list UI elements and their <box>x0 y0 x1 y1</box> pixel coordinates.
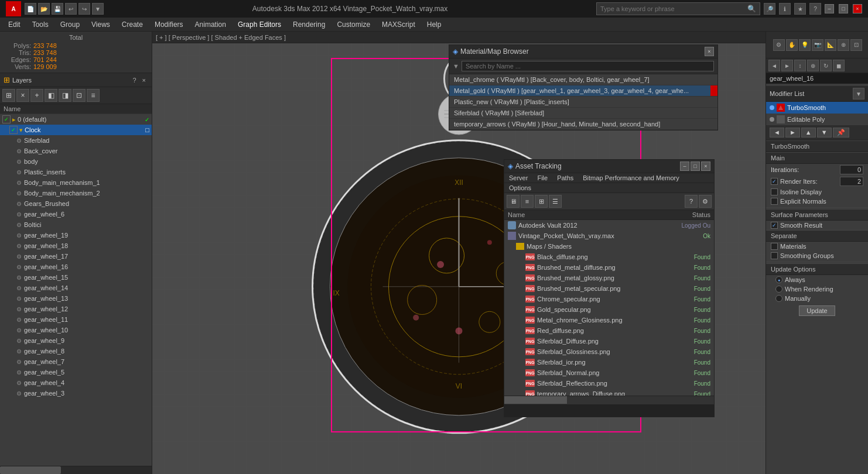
mat-item-chrome[interactable]: Metal_chrome ( VRayMtl ) [Back_cover, bo… <box>449 74 717 85</box>
layer-check-default[interactable]: ✓ <box>2 115 11 123</box>
layers-close-btn[interactable]: × <box>140 77 148 84</box>
layer-item-gear-8[interactable]: ⚙ gear_wheel_8 <box>0 346 152 356</box>
nav-pin[interactable]: 📌 <box>833 128 849 138</box>
nav-next[interactable]: ► <box>785 128 800 138</box>
ts-update-button[interactable]: Update <box>799 305 835 316</box>
search-btn[interactable]: 🔎 <box>764 3 775 15</box>
layer-item-gear-6[interactable]: ⚙ gear_wheel_6 <box>0 209 152 219</box>
layer-item-back-cover[interactable]: ⚙ Back_cover <box>0 146 152 156</box>
layer-item-gear-7[interactable]: ⚙ gear_wheel_7 <box>0 356 152 367</box>
at-item-brushed-specular[interactable]: PNG Brushed_metal_specular.png Found <box>504 283 714 294</box>
layer-scrollbar[interactable] <box>0 466 152 474</box>
rp-icon-6[interactable]: ⊕ <box>838 39 849 51</box>
at-item-red-diffuse[interactable]: PNG Red_diffuse.png Found <box>504 325 714 336</box>
layer-item-gears-brushed[interactable]: ⚙ Gears_Brushed <box>0 198 152 209</box>
layer-item-gear-15[interactable]: ⚙ gear_wheel_15 <box>0 272 152 283</box>
at-item-sif-gloss[interactable]: PNG Siferblad_Glossiness.png Found <box>504 346 714 357</box>
layer-list[interactable]: ✓ ▸ 0 (default) ✓ ✓ ▾ Clock □ ⚙ Siferbla… <box>0 114 152 466</box>
layer-check-clock[interactable]: ✓ <box>9 126 18 134</box>
at-item-gold-spec[interactable]: PNG Gold_specular.png Found <box>504 304 714 315</box>
at-item-maxfile[interactable]: Vintage_Pocket_Watch_vray.max Ok <box>504 231 714 241</box>
menu-help[interactable]: Help <box>421 19 447 30</box>
nav-up[interactable]: ▲ <box>801 128 816 138</box>
layer-item-clock[interactable]: ✓ ▾ Clock □ <box>0 125 152 135</box>
rp-icon-nav-5[interactable]: ↻ <box>820 60 832 71</box>
menu-create[interactable]: Create <box>116 19 149 30</box>
rp-icon-nav-4[interactable]: ⊕ <box>807 60 819 71</box>
at-btn-1[interactable]: 🖥 <box>507 195 520 208</box>
rp-icon-nav-left[interactable]: ◄ <box>768 60 780 71</box>
more-btn[interactable]: ▼ <box>92 3 104 15</box>
title-search-bar[interactable]: 🔍 <box>596 2 760 15</box>
ts-smoothing-groups-check[interactable] <box>771 252 778 259</box>
at-scrollbar-thumb[interactable] <box>504 396 567 404</box>
ts-render-iters-check[interactable] <box>771 178 778 185</box>
ts-explicit-normals-check[interactable] <box>771 198 778 205</box>
layer-item-plastic[interactable]: ⚙ Plastic_inserts <box>0 167 152 177</box>
rp-icon-nav-3[interactable]: ↕ <box>794 60 806 71</box>
rp-icon-5[interactable]: 📐 <box>825 39 836 51</box>
menu-animation[interactable]: Animation <box>189 19 232 30</box>
layer-item-gear-19[interactable]: ⚙ gear_wheel_19 <box>0 230 152 241</box>
layer-tool-2[interactable]: × <box>16 89 29 102</box>
redo-btn[interactable]: ↪ <box>78 3 90 15</box>
rp-icon-2[interactable]: ✋ <box>786 39 798 51</box>
modifier-list-dropdown[interactable]: ▼ <box>853 88 864 99</box>
at-item-sif-diffuse[interactable]: PNG Siferblad_Diffuse.png Found <box>504 336 714 346</box>
layer-tool-6[interactable]: ⊡ <box>73 89 86 102</box>
layer-tool-7[interactable]: ≡ <box>87 89 100 102</box>
rp-icon-4[interactable]: 📷 <box>812 39 823 51</box>
layer-tool-5[interactable]: ◨ <box>59 89 71 102</box>
layer-item-gear-11[interactable]: ⚙ gear_wheel_11 <box>0 314 152 325</box>
at-item-sif-refl[interactable]: PNG Siferblad_Reflection.png Found <box>504 378 714 389</box>
star-btn[interactable]: ★ <box>794 3 806 15</box>
at-btn-4[interactable]: ☰ <box>549 195 562 208</box>
material-search-input[interactable] <box>462 61 714 71</box>
rp-icon-7[interactable]: ⊡ <box>850 39 862 51</box>
layer-tool-3[interactable]: + <box>30 89 43 102</box>
layer-item-body[interactable]: ⚙ body <box>0 156 152 167</box>
nav-down[interactable]: ▼ <box>817 128 832 138</box>
at-item-metal-gloss[interactable]: PNG Metal_chrome_Glosiness.png Found <box>504 315 714 325</box>
layer-item-gear-14[interactable]: ⚙ gear_wheel_14 <box>0 283 152 293</box>
layer-item-gear-10[interactable]: ⚙ gear_wheel_10 <box>0 325 152 335</box>
layer-item-siferblad[interactable]: ⚙ Siferblad <box>0 135 152 146</box>
at-item-chrome-spec[interactable]: PNG Chrome_specular.png Found <box>504 294 714 304</box>
layer-item-gear-5[interactable]: ⚙ gear_wheel_5 <box>0 367 152 377</box>
at-item-maps-folder[interactable]: Maps / Shaders <box>504 241 714 252</box>
at-list[interactable]: Autodesk Vault 2012 Logged Ou Vintage_Po… <box>504 220 714 396</box>
mat-item-gold[interactable]: Metal_gold ( VRayMtl ) [gear_wheel_1, ge… <box>449 85 717 97</box>
at-item-brushed-diffuse[interactable]: PNG Brushed_metal_diffuse.png Found <box>504 262 714 273</box>
new-btn[interactable]: 📄 <box>25 3 36 15</box>
menu-modifiers[interactable]: Modifiers <box>149 19 189 30</box>
minimize-btn[interactable]: – <box>825 4 834 13</box>
mat-item-plastic[interactable]: Plastic_new ( VRayMtl ) [Plastic_inserts… <box>449 97 717 108</box>
layer-item-gear-13[interactable]: ⚙ gear_wheel_13 <box>0 293 152 304</box>
at-btn-2[interactable]: ≡ <box>521 195 534 208</box>
rp-icon-nav-right[interactable]: ► <box>781 60 793 71</box>
layers-help-btn[interactable]: ? <box>130 77 138 84</box>
menu-group[interactable]: Group <box>54 19 86 30</box>
help-btn[interactable]: ? <box>809 3 821 15</box>
at-btn-3[interactable]: ⊞ <box>535 195 548 208</box>
ts-materials-check[interactable] <box>771 243 778 250</box>
at-minimize[interactable]: – <box>680 162 689 171</box>
menu-customize[interactable]: Customize <box>331 19 376 30</box>
at-btn-settings[interactable]: ⚙ <box>699 195 712 208</box>
undo-btn[interactable]: ↩ <box>65 3 77 15</box>
layer-item-gear-4[interactable]: ⚙ gear_wheel_4 <box>0 377 152 388</box>
at-menu-options[interactable]: Options <box>504 183 536 193</box>
ts-iterations-input[interactable] <box>840 165 863 174</box>
at-scrollbar[interactable] <box>504 396 714 404</box>
menu-rendering[interactable]: Rendering <box>287 19 331 30</box>
at-item-temp-diffuse[interactable]: PNG temporary_arrows_Diffuse.png Found <box>504 389 714 396</box>
ts-smooth-result-check[interactable] <box>771 222 778 229</box>
nav-prev[interactable]: ◄ <box>770 128 784 138</box>
ts-when-rendering-radio[interactable] <box>775 286 782 293</box>
at-maximize[interactable]: □ <box>691 162 700 171</box>
at-menu-paths[interactable]: Paths <box>552 173 578 183</box>
save-btn[interactable]: 💾 <box>52 3 63 15</box>
menu-tools[interactable]: Tools <box>26 19 54 30</box>
ts-always-radio[interactable] <box>775 276 782 283</box>
open-btn[interactable]: 📂 <box>38 3 50 15</box>
